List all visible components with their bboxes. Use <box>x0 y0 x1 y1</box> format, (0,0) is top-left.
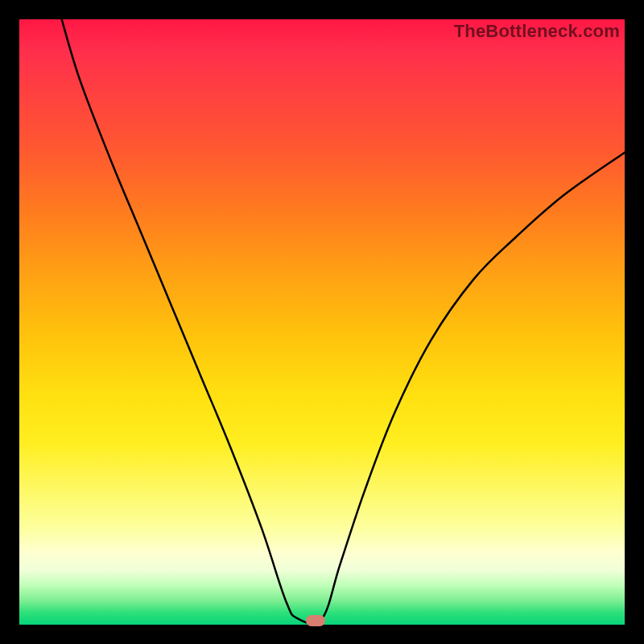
curve-path <box>62 19 625 624</box>
optimum-marker <box>306 615 325 626</box>
plot-area: TheBottleneck.com <box>19 19 625 625</box>
bottleneck-curve <box>19 19 625 625</box>
